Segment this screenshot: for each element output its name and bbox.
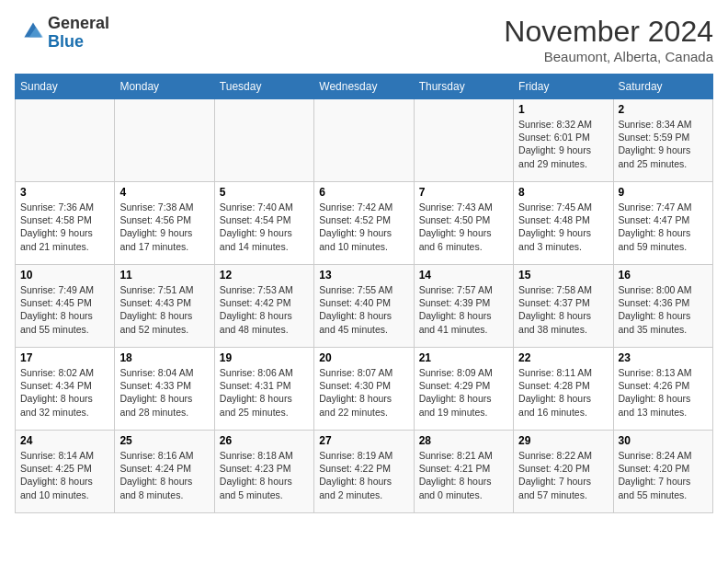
calendar-cell: 20Sunrise: 8:07 AM Sunset: 4:30 PM Dayli…: [314, 348, 414, 431]
day-number: 12: [220, 269, 309, 282]
calendar-cell: 11Sunrise: 7:51 AM Sunset: 4:43 PM Dayli…: [115, 265, 214, 348]
logo-icon: [18, 17, 48, 46]
day-info: Sunrise: 8:18 AM Sunset: 4:23 PM Dayligh…: [220, 449, 309, 501]
calendar-cell: [115, 99, 214, 182]
calendar-cell: 28Sunrise: 8:21 AM Sunset: 4:21 PM Dayli…: [414, 431, 513, 513]
calendar-cell: 25Sunrise: 8:16 AM Sunset: 4:24 PM Dayli…: [115, 431, 214, 513]
day-info: Sunrise: 8:16 AM Sunset: 4:24 PM Dayligh…: [119, 449, 209, 501]
calendar-cell: 5Sunrise: 7:40 AM Sunset: 4:54 PM Daylig…: [214, 182, 313, 265]
day-number: 28: [419, 434, 508, 447]
day-info: Sunrise: 7:55 AM Sunset: 4:40 PM Dayligh…: [319, 283, 408, 336]
calendar-week-row: 17Sunrise: 8:02 AM Sunset: 4:34 PM Dayli…: [16, 348, 713, 431]
logo: General Blue: [15, 15, 109, 52]
day-info: Sunrise: 8:06 AM Sunset: 4:31 PM Dayligh…: [220, 366, 309, 419]
calendar-cell: 13Sunrise: 7:55 AM Sunset: 4:40 PM Dayli…: [314, 265, 414, 348]
day-info: Sunrise: 7:43 AM Sunset: 4:50 PM Dayligh…: [419, 201, 508, 253]
calendar-week-row: 3Sunrise: 7:36 AM Sunset: 4:58 PM Daylig…: [16, 182, 713, 265]
day-info: Sunrise: 7:53 AM Sunset: 4:42 PM Dayligh…: [220, 283, 309, 336]
calendar-cell: 18Sunrise: 8:04 AM Sunset: 4:33 PM Dayli…: [115, 348, 214, 431]
day-info: Sunrise: 8:07 AM Sunset: 4:30 PM Dayligh…: [319, 366, 408, 419]
day-info: Sunrise: 7:45 AM Sunset: 4:48 PM Dayligh…: [518, 201, 608, 253]
calendar-cell: [214, 99, 313, 182]
calendar-cell: 17Sunrise: 8:02 AM Sunset: 4:34 PM Dayli…: [16, 348, 115, 431]
day-number: 9: [619, 186, 708, 199]
calendar-cell: 16Sunrise: 8:00 AM Sunset: 4:36 PM Dayli…: [613, 265, 712, 348]
calendar-cell: [414, 99, 513, 182]
day-number: 15: [518, 269, 608, 282]
calendar-cell: 21Sunrise: 8:09 AM Sunset: 4:29 PM Dayli…: [414, 348, 513, 431]
day-number: 22: [518, 351, 608, 364]
calendar-cell: 23Sunrise: 8:13 AM Sunset: 4:26 PM Dayli…: [613, 348, 712, 431]
day-number: 8: [518, 186, 608, 199]
day-number: 24: [20, 434, 109, 447]
calendar-cell: [314, 99, 414, 182]
calendar-cell: 24Sunrise: 8:14 AM Sunset: 4:25 PM Dayli…: [16, 431, 115, 513]
calendar-header-row: SundayMondayTuesdayWednesdayThursdayFrid…: [16, 75, 713, 99]
day-number: 4: [119, 186, 209, 199]
calendar-week-row: 24Sunrise: 8:14 AM Sunset: 4:25 PM Dayli…: [16, 431, 713, 513]
day-info: Sunrise: 8:24 AM Sunset: 4:20 PM Dayligh…: [619, 449, 708, 501]
calendar-table: SundayMondayTuesdayWednesdayThursdayFrid…: [15, 74, 713, 513]
calendar-cell: 2Sunrise: 8:34 AM Sunset: 5:59 PM Daylig…: [613, 99, 712, 182]
day-number: 16: [619, 269, 708, 282]
calendar-cell: 1Sunrise: 8:32 AM Sunset: 6:01 PM Daylig…: [514, 99, 613, 182]
page-header: General Blue November 2024 Beaumont, Alb…: [15, 15, 713, 64]
day-number: 14: [419, 269, 508, 282]
day-info: Sunrise: 8:02 AM Sunset: 4:34 PM Dayligh…: [20, 366, 109, 419]
day-info: Sunrise: 8:19 AM Sunset: 4:22 PM Dayligh…: [319, 449, 408, 501]
day-number: 11: [119, 269, 209, 282]
day-number: 17: [20, 351, 109, 364]
calendar-cell: 19Sunrise: 8:06 AM Sunset: 4:31 PM Dayli…: [214, 348, 313, 431]
day-number: 10: [20, 269, 109, 282]
day-number: 13: [319, 269, 408, 282]
day-number: 1: [518, 103, 608, 116]
calendar-cell: 14Sunrise: 7:57 AM Sunset: 4:39 PM Dayli…: [414, 265, 513, 348]
calendar-cell: 27Sunrise: 8:19 AM Sunset: 4:22 PM Dayli…: [314, 431, 414, 513]
header-friday: Friday: [514, 75, 613, 99]
calendar-cell: 3Sunrise: 7:36 AM Sunset: 4:58 PM Daylig…: [16, 182, 115, 265]
day-info: Sunrise: 7:49 AM Sunset: 4:45 PM Dayligh…: [20, 283, 109, 336]
calendar-cell: 22Sunrise: 8:11 AM Sunset: 4:28 PM Dayli…: [514, 348, 613, 431]
day-number: 18: [119, 351, 209, 364]
day-info: Sunrise: 7:57 AM Sunset: 4:39 PM Dayligh…: [419, 283, 508, 336]
day-number: 30: [619, 434, 708, 447]
day-number: 3: [20, 186, 109, 199]
calendar-week-row: 1Sunrise: 8:32 AM Sunset: 6:01 PM Daylig…: [16, 99, 713, 182]
calendar-cell: 15Sunrise: 7:58 AM Sunset: 4:37 PM Dayli…: [514, 265, 613, 348]
calendar-cell: 26Sunrise: 8:18 AM Sunset: 4:23 PM Dayli…: [214, 431, 313, 513]
day-info: Sunrise: 7:51 AM Sunset: 4:43 PM Dayligh…: [119, 283, 209, 336]
day-info: Sunrise: 8:04 AM Sunset: 4:33 PM Dayligh…: [119, 366, 209, 419]
day-number: 29: [518, 434, 608, 447]
header-saturday: Saturday: [613, 75, 712, 99]
location-subtitle: Beaumont, Alberta, Canada: [504, 49, 713, 64]
day-info: Sunrise: 8:11 AM Sunset: 4:28 PM Dayligh…: [518, 366, 608, 419]
day-number: 27: [319, 434, 408, 447]
day-number: 23: [619, 351, 708, 364]
day-number: 26: [220, 434, 309, 447]
day-number: 6: [319, 186, 408, 199]
day-info: Sunrise: 8:22 AM Sunset: 4:20 PM Dayligh…: [518, 449, 608, 501]
calendar-cell: [16, 99, 115, 182]
header-tuesday: Tuesday: [214, 75, 313, 99]
calendar-cell: 9Sunrise: 7:47 AM Sunset: 4:47 PM Daylig…: [613, 182, 712, 265]
day-info: Sunrise: 7:42 AM Sunset: 4:52 PM Dayligh…: [319, 201, 408, 253]
calendar-cell: 6Sunrise: 7:42 AM Sunset: 4:52 PM Daylig…: [314, 182, 414, 265]
month-title: November 2024: [504, 15, 713, 49]
day-info: Sunrise: 7:47 AM Sunset: 4:47 PM Dayligh…: [619, 201, 708, 253]
title-block: November 2024 Beaumont, Alberta, Canada: [504, 15, 713, 64]
calendar-cell: 4Sunrise: 7:38 AM Sunset: 4:56 PM Daylig…: [115, 182, 214, 265]
day-number: 7: [419, 186, 508, 199]
logo-text: General Blue: [48, 15, 109, 52]
calendar-cell: 10Sunrise: 7:49 AM Sunset: 4:45 PM Dayli…: [16, 265, 115, 348]
calendar-cell: 12Sunrise: 7:53 AM Sunset: 4:42 PM Dayli…: [214, 265, 313, 348]
header-monday: Monday: [115, 75, 214, 99]
day-number: 20: [319, 351, 408, 364]
day-number: 5: [220, 186, 309, 199]
day-info: Sunrise: 8:13 AM Sunset: 4:26 PM Dayligh…: [619, 366, 708, 419]
calendar-cell: 8Sunrise: 7:45 AM Sunset: 4:48 PM Daylig…: [514, 182, 613, 265]
day-number: 2: [619, 103, 708, 116]
day-number: 19: [220, 351, 309, 364]
day-info: Sunrise: 8:14 AM Sunset: 4:25 PM Dayligh…: [20, 449, 109, 501]
header-sunday: Sunday: [16, 75, 115, 99]
day-number: 21: [419, 351, 508, 364]
